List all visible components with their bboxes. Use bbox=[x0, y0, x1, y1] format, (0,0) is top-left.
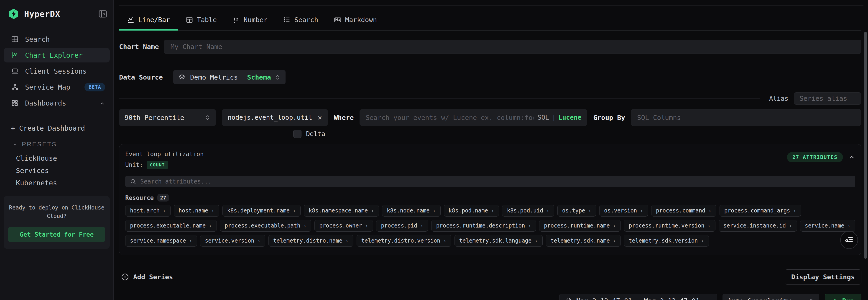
preset-link[interactable]: Kubernetes bbox=[4, 177, 110, 189]
attribute-chip[interactable]: k8s.node.name› bbox=[382, 205, 441, 217]
attribute-chip[interactable]: telemetry.distro.name› bbox=[269, 235, 353, 247]
data-source-select[interactable]: Demo Metrics Schema bbox=[173, 70, 285, 84]
add-series-button[interactable]: Add Series bbox=[119, 273, 173, 281]
preset-list: ClickHouse Services Kubernetes bbox=[4, 152, 110, 189]
attributes-count-badge: 27 ATTRIBUTES bbox=[787, 152, 843, 162]
chart-config-fab[interactable] bbox=[840, 231, 858, 249]
delta-checkbox[interactable] bbox=[293, 130, 302, 138]
sidebar-item-service-map[interactable]: Service Map BETA bbox=[4, 80, 110, 94]
attribute-chip[interactable]: process.runtime.version› bbox=[624, 220, 715, 231]
chevron-right-icon: › bbox=[613, 223, 616, 229]
preset-link[interactable]: ClickHouse bbox=[4, 152, 110, 164]
attributes-panel: Event loop utilization Unit: COUNT 27 AT… bbox=[119, 144, 861, 255]
chevron-right-icon: › bbox=[528, 223, 531, 229]
line-chart-icon bbox=[127, 16, 134, 24]
series-divider bbox=[119, 99, 760, 99]
attribute-chip[interactable]: process.command› bbox=[651, 205, 716, 217]
tab-markdown[interactable]: Markdown bbox=[326, 16, 385, 30]
unit-row: Unit: COUNT bbox=[125, 161, 204, 169]
chevron-right-icon: › bbox=[345, 238, 348, 244]
sidebar-item-search[interactable]: Search bbox=[4, 32, 110, 47]
vertical-scrollbar[interactable] bbox=[864, 32, 867, 259]
where-search-input[interactable] bbox=[366, 114, 533, 121]
attribute-chip[interactable]: host.arch› bbox=[125, 205, 170, 217]
sidebar-item-dashboards[interactable]: Dashboards bbox=[4, 96, 110, 110]
tab-label: Line/Bar bbox=[138, 16, 170, 24]
granularity-value: Auto Granularity bbox=[727, 297, 791, 300]
attribute-chip[interactable]: process.runtime.name› bbox=[539, 220, 621, 231]
presets-toggle[interactable]: PRESETS bbox=[4, 141, 110, 148]
attribute-chip[interactable]: telemetry.sdk.name› bbox=[546, 235, 621, 247]
sidebar-item-chart-explorer[interactable]: Chart Explorer bbox=[4, 48, 110, 62]
create-dashboard-button[interactable]: + Create Dashboard bbox=[4, 124, 110, 133]
run-label: Run bbox=[842, 297, 854, 300]
aggregation-select[interactable]: 90th Percentile bbox=[119, 109, 216, 126]
attribute-chip-row: host.arch› host.name› k8s.deployment.nam… bbox=[125, 205, 855, 217]
data-source-label: Data Source bbox=[119, 74, 173, 81]
attribute-chip[interactable]: process.owner› bbox=[314, 220, 373, 231]
toggle-divider: | bbox=[552, 114, 556, 121]
sidebar-item-label: Chart Explorer bbox=[25, 51, 83, 59]
search-icon bbox=[130, 178, 136, 185]
chart-type-tabs: Line/Bar Table Number Search bbox=[119, 16, 861, 31]
tab-line-bar[interactable]: Line/Bar bbox=[119, 16, 178, 30]
chevron-right-icon: › bbox=[293, 208, 296, 214]
sidebar-item-client-sessions[interactable]: Client Sessions bbox=[4, 64, 110, 78]
attribute-chip[interactable]: process.runtime.description› bbox=[431, 220, 536, 231]
attribute-chip[interactable]: host.name› bbox=[174, 205, 219, 217]
chevron-right-icon: › bbox=[211, 208, 214, 214]
attribute-chip[interactable]: service.namespace› bbox=[125, 235, 197, 247]
table-search-icon bbox=[11, 35, 19, 43]
time-range-picker[interactable]: Mar 2 12:47:01 - Mar 2 13:47:01 bbox=[559, 294, 717, 300]
attribute-chip[interactable]: process.executable.path› bbox=[220, 220, 311, 231]
chevron-right-icon: › bbox=[640, 208, 643, 214]
chevron-right-icon: › bbox=[257, 238, 260, 244]
attribute-chip[interactable]: os.version› bbox=[599, 205, 648, 217]
attribute-chip[interactable]: k8s.deployment.name› bbox=[222, 205, 301, 217]
attribute-chip[interactable]: service.version› bbox=[200, 235, 265, 247]
chart-name-label: Chart Name bbox=[119, 43, 164, 51]
granularity-select[interactable]: Auto Granularity bbox=[722, 294, 819, 300]
attribute-chip[interactable]: service.instance.id› bbox=[719, 220, 797, 231]
get-started-button[interactable]: Get Started for Free bbox=[8, 227, 105, 242]
preset-link[interactable]: Services bbox=[4, 164, 110, 177]
run-button[interactable]: Run bbox=[825, 294, 861, 300]
attribute-chip[interactable]: process.command_args› bbox=[719, 205, 801, 217]
chart-name-input[interactable] bbox=[164, 40, 861, 54]
chevron-right-icon: › bbox=[420, 223, 423, 229]
lucene-toggle[interactable]: Lucene bbox=[558, 114, 581, 121]
attribute-chip[interactable]: k8s.pod.name› bbox=[444, 205, 499, 217]
chevron-up-icon[interactable] bbox=[99, 100, 105, 106]
schema-link[interactable]: Schema bbox=[247, 74, 271, 81]
chevron-up-icon[interactable] bbox=[848, 154, 855, 161]
chevron-right-icon: › bbox=[443, 238, 446, 244]
attribute-chip[interactable]: process.pid› bbox=[376, 220, 428, 231]
attribute-chip[interactable]: process.executable.name› bbox=[125, 220, 217, 231]
resource-label: Resource bbox=[125, 194, 154, 201]
attribute-chip[interactable]: os.type› bbox=[557, 205, 596, 217]
tab-number[interactable]: Number bbox=[224, 16, 275, 30]
number-123-icon bbox=[232, 16, 240, 24]
alias-input[interactable] bbox=[794, 92, 861, 105]
presets-label: PRESETS bbox=[22, 141, 57, 148]
attribute-chip[interactable]: service.name› bbox=[800, 220, 856, 231]
attribute-chip[interactable]: telemetry.sdk.language› bbox=[455, 235, 542, 247]
attribute-chip-row: service.namespace› service.version› tele… bbox=[125, 235, 855, 247]
attribute-chip[interactable]: k8s.pod.uid› bbox=[502, 205, 554, 217]
sql-toggle[interactable]: SQL bbox=[537, 114, 549, 121]
attribute-chip[interactable]: k8s.namespace.name› bbox=[304, 205, 379, 217]
display-settings-button[interactable]: Display Settings bbox=[785, 269, 861, 284]
app-title: HyperDX bbox=[24, 9, 60, 19]
tab-search[interactable]: Search bbox=[275, 16, 326, 30]
promo-text: Ready to deploy on ClickHouse Cloud? bbox=[8, 203, 105, 220]
table-icon bbox=[186, 16, 193, 24]
attribute-chip[interactable]: telemetry.distro.version› bbox=[356, 235, 451, 247]
metric-chip[interactable]: nodejs.event_loop.util × bbox=[222, 109, 328, 126]
group-by-input[interactable] bbox=[631, 109, 861, 126]
sidebar-collapse-icon[interactable] bbox=[98, 9, 107, 19]
close-icon[interactable]: × bbox=[318, 114, 322, 121]
attribute-search-input[interactable] bbox=[140, 178, 851, 185]
attribute-chip[interactable]: telemetry.sdk.version› bbox=[624, 235, 709, 247]
data-source-row: Data Source Demo Metrics Schema bbox=[119, 70, 861, 84]
tab-table[interactable]: Table bbox=[178, 16, 224, 30]
